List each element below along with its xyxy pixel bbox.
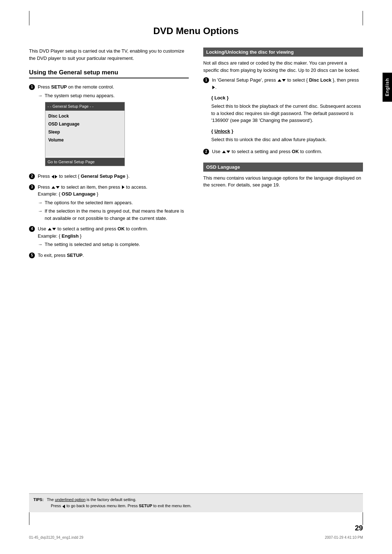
up-arrow-icon-3: [278, 79, 281, 82]
right-column: Locking/Unlocking the disc for viewing N…: [203, 48, 363, 262]
unlock-text: Select this to unlock the disc and allow…: [211, 136, 363, 143]
step-4-sub-1: → The setting is selected and setup is c…: [38, 241, 189, 248]
page: English DVD Menu Options This DVD Player…: [0, 0, 392, 554]
down-arrow-icon-3: [282, 79, 286, 82]
lock-heading: { Lock }: [211, 95, 363, 100]
up-arrow-icon-2: [48, 228, 52, 230]
step-1-sub: → The system setup menu appears.: [38, 92, 189, 99]
section-heading: Using the General setup menu: [29, 69, 189, 78]
tips-section: TIPS: The underlined option is the facto…: [29, 493, 363, 512]
down-arrow-icon: [56, 186, 60, 189]
step-5-num: 5: [29, 252, 36, 258]
left-arrow-icon-2: [62, 505, 65, 508]
step-3: 3 Press to select an item, then press to…: [29, 184, 189, 222]
screen-menu-items: Disc Lock OSD Language Sleep Volume: [45, 111, 124, 156]
unlock-label: Unlock: [215, 128, 230, 134]
intro-text: This DVD Player setup is carried out via…: [29, 48, 189, 62]
footer-left: 01-45_dvp3120_94_eng1.indd 29: [29, 535, 83, 539]
up-arrow-icon: [52, 186, 55, 189]
page-title: DVD Menu Options: [29, 25, 363, 37]
right-step-1-num: 1: [203, 77, 210, 83]
left-arrow-icon: [52, 175, 54, 178]
step-5: 5 To exit, press SETUP.: [29, 252, 189, 259]
down-arrow-icon-4: [226, 151, 230, 153]
content-columns: This DVD Player setup is carried out via…: [29, 48, 363, 262]
arrow-icon-2: →: [38, 199, 42, 206]
right-step-1-content: In 'General Setup Page', press to select…: [212, 77, 363, 91]
unlock-heading: { Unlock }: [211, 128, 363, 134]
step-1-num: 1: [29, 83, 36, 90]
step-2-content: Press to select { General Setup Page }.: [38, 173, 189, 180]
right-arrow-icon: [55, 175, 57, 178]
page-number: 29: [355, 524, 363, 532]
step-3-num: 3: [29, 184, 36, 190]
right-step-1: 1 In 'General Setup Page', press to sele…: [203, 77, 363, 91]
up-arrow-icon-4: [222, 151, 226, 153]
footer-right: 2007-01-29 4:41:10 PM: [325, 535, 363, 539]
down-arrow-icon-2: [52, 228, 56, 230]
left-column: This DVD Player setup is carried out via…: [29, 48, 189, 262]
step-1: 1 Press SETUP on the remote control. → T…: [29, 83, 189, 169]
osd-text: This menu contains various language opti…: [203, 175, 363, 189]
screen-mock: - - General Setup Page - - Disc Lock OSD…: [45, 102, 125, 166]
arrow-icon: →: [38, 92, 42, 99]
tips-label: TIPS:: [33, 497, 44, 502]
right-step-2-num: 2: [203, 148, 210, 155]
language-tab: English: [383, 73, 392, 102]
step-2-num: 2: [29, 173, 36, 179]
screen-menu-item-4: Volume: [48, 136, 122, 144]
step-5-content: To exit, press SETUP.: [38, 252, 189, 259]
lock-subsection: { Lock } Select this to block the playba…: [211, 95, 363, 124]
screen-menu-item-1: Disc Lock: [48, 112, 122, 120]
screen-title-bar: - - General Setup Page - -: [45, 102, 124, 111]
tips-content: TIPS: The underlined option is the facto…: [33, 497, 359, 509]
right-step-2: 2 Use to select a setting and press OK t…: [203, 148, 363, 155]
top-border-left: [29, 11, 29, 25]
locking-section-heading: Locking/Unlocking the disc for viewing: [203, 48, 363, 57]
screen-menu-item-3: Sleep: [48, 128, 122, 136]
step-4-sub-text-1: The setting is selected and setup is com…: [45, 241, 189, 248]
top-border-right: [363, 11, 363, 25]
step-3-sub-text-1: The options for the selected item appear…: [45, 199, 189, 206]
right-arrow-icon-2: [122, 185, 124, 189]
step-3-sub-1: → The options for the selected item appe…: [38, 199, 189, 206]
step-4: 4 Use to select a setting and press OK t…: [29, 225, 189, 248]
right-arrow-icon-3: [212, 86, 215, 89]
unlock-subsection: { Unlock } Select this to unlock the dis…: [211, 128, 363, 143]
bottom-border-right: [363, 510, 363, 525]
screen-bottom-bar: Go to General Setup Page: [45, 158, 124, 166]
locking-intro: Not all discs are rated or coded by the …: [203, 59, 363, 74]
step-2: 2 Press to select { General Setup Page }…: [29, 173, 189, 180]
osd-section-heading: OSD Language: [203, 163, 363, 172]
arrow-icon-4: →: [38, 241, 42, 248]
screen-menu-item-2: OSD Language: [48, 120, 122, 128]
step-4-num: 4: [29, 225, 36, 232]
tips-line-1: The underlined option is the factory def…: [47, 497, 136, 502]
step-1-sub-text: The system setup menu appears.: [45, 92, 189, 99]
right-step-2-content: Use to select a setting and press OK to …: [212, 148, 363, 155]
underline-option-text: underlined option: [55, 497, 85, 502]
step-3-sub-2: → If the selection in the menu is greyed…: [38, 208, 189, 222]
step-3-content: Press to select an item, then press to a…: [38, 184, 189, 222]
step-1-content: Press SETUP on the remote control. → The…: [38, 83, 189, 169]
screen-title-text: - - General Setup Page - -: [48, 103, 94, 110]
step-3-sub-text-2: If the selection in the menu is greyed o…: [45, 208, 189, 222]
arrow-icon-3: →: [38, 208, 42, 215]
step-4-content: Use to select a setting and press OK to …: [38, 225, 189, 248]
tips-line-2: Press to go back to previous menu item. …: [51, 504, 191, 508]
lock-text: Select this to block the playback of the…: [211, 103, 363, 124]
bottom-border-left: [29, 510, 29, 525]
